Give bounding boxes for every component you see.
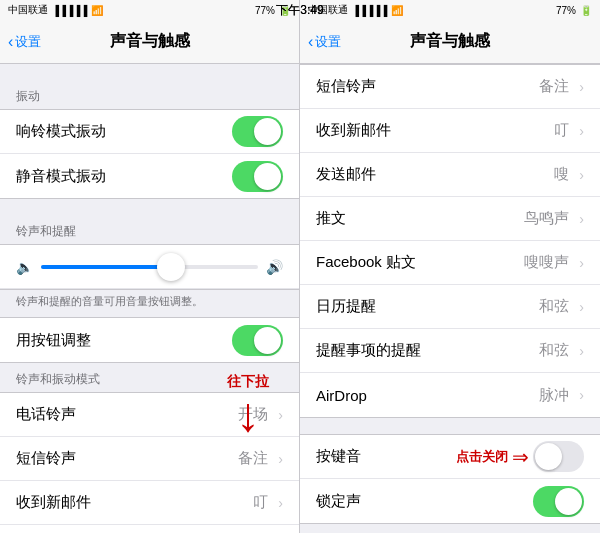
right-sent-mail-chevron: › <box>579 167 584 183</box>
ring-vibrate-toggle[interactable] <box>232 116 283 147</box>
volume-slider-thumb[interactable] <box>157 253 185 281</box>
left-status-left: 中国联通 ▐▐▐▐▐ 📶 <box>8 3 103 17</box>
right-new-mail-label: 收到新邮件 <box>316 121 391 140</box>
click-close-arrow-icon: ⇒ <box>512 445 529 469</box>
text-tone-label: 短信铃声 <box>16 449 76 468</box>
lock-sound-toggle[interactable] <box>533 486 584 517</box>
right-facebook-row[interactable]: Facebook 贴文 嗖嗖声 › <box>300 241 600 285</box>
right-airdrop-value: 脉冲 <box>539 386 569 405</box>
left-settings-content: 振动 响铃模式振动 静音模式振动 铃声和提醒 🔈 <box>0 64 299 533</box>
left-phone-panel: 中国联通 ▐▐▐▐▐ 📶 下午3:49 77% 🔋 ‹ 设置 声音与触感 振动 … <box>0 0 300 533</box>
right-airdrop-chevron: › <box>579 387 584 403</box>
sent-mail-row[interactable]: 发送邮件 嗖 › <box>0 525 299 533</box>
right-lock-sound-label: 锁定声 <box>316 492 361 511</box>
scroll-down-arrow-icon: ↓ <box>236 391 260 439</box>
right-new-mail-right: 叮 › <box>554 121 584 140</box>
right-facebook-label: Facebook 贴文 <box>316 253 416 272</box>
right-tweet-row[interactable]: 推文 鸟鸣声 › <box>300 197 600 241</box>
ring-vibrate-label: 响铃模式振动 <box>16 122 106 141</box>
ring-vibrate-row: 响铃模式振动 <box>0 110 299 154</box>
left-nav-title: 声音与触感 <box>110 31 190 52</box>
volume-low-icon: 🔈 <box>16 259 33 275</box>
vibration-group: 响铃模式振动 静音模式振动 <box>0 109 299 199</box>
new-mail-right: 叮 › <box>253 493 283 512</box>
right-tweet-label: 推文 <box>316 209 346 228</box>
right-sent-mail-row[interactable]: 发送邮件 嗖 › <box>300 153 600 197</box>
ringtone-alerts-label: 铃声和提醒 <box>0 215 299 244</box>
left-wifi-icon: 📶 <box>91 5 103 16</box>
ringtone-modes-container: 铃声和振动模式 电话铃声 开场 › 短信铃声 备注 › <box>0 363 299 533</box>
right-facebook-value: 嗖嗖声 <box>524 253 569 272</box>
text-tone-value: 备注 <box>238 449 268 468</box>
right-text-tone-label: 短信铃声 <box>316 77 376 96</box>
text-tone-row[interactable]: 短信铃声 备注 › <box>0 437 299 481</box>
right-calendar-value: 和弦 <box>539 297 569 316</box>
scroll-down-annotation: 往下拉 ↓ <box>227 373 269 439</box>
right-calendar-row[interactable]: 日历提醒 和弦 › <box>300 285 600 329</box>
right-facebook-right: 嗖嗖声 › <box>524 253 584 272</box>
new-mail-chevron: › <box>278 495 283 511</box>
right-calendar-right: 和弦 › <box>539 297 584 316</box>
new-mail-row[interactable]: 收到新邮件 叮 › <box>0 481 299 525</box>
right-lock-sound-row: 锁定声 <box>300 479 600 523</box>
right-nav-bar: ‹ 设置 声音与触感 <box>300 20 600 64</box>
right-back-label: 设置 <box>315 33 341 51</box>
volume-high-icon: 🔊 <box>266 259 283 275</box>
right-battery-pct: 77% <box>556 5 576 16</box>
text-tone-chevron: › <box>278 451 283 467</box>
right-new-mail-chevron: › <box>579 123 584 139</box>
right-keyboard-clicks-right: 点击关闭 ⇒ <box>533 441 584 472</box>
left-back-button[interactable]: ‹ 设置 <box>8 33 41 51</box>
left-signal-icon: ▐▐▐▐▐ <box>52 5 87 16</box>
adjust-buttons-label: 用按钮调整 <box>16 331 91 350</box>
right-reminder-label: 提醒事项的提醒 <box>316 341 421 360</box>
text-tone-right: 备注 › <box>238 449 283 468</box>
right-signal-icon: ▐▐▐▐▐ <box>352 5 387 16</box>
right-new-mail-row[interactable]: 收到新邮件 叮 › <box>300 109 600 153</box>
phone-ringtone-label: 电话铃声 <box>16 405 76 424</box>
click-close-label: 点击关闭 <box>456 448 508 466</box>
right-facebook-chevron: › <box>579 255 584 271</box>
lock-sound-thumb <box>555 488 582 515</box>
left-status-bar: 中国联通 ▐▐▐▐▐ 📶 下午3:49 77% 🔋 <box>0 0 299 20</box>
volume-slider-track[interactable] <box>41 265 258 269</box>
adjust-buttons-toggle[interactable] <box>232 325 283 356</box>
right-tweet-right: 鸟鸣声 › <box>524 209 584 228</box>
right-new-mail-value: 叮 <box>554 121 569 140</box>
right-nav-title: 声音与触感 <box>410 31 490 52</box>
right-reminder-row[interactable]: 提醒事项的提醒 和弦 › <box>300 329 600 373</box>
right-text-tone-chevron: › <box>579 79 584 95</box>
right-phone-panel: 中国联通 ▐▐▐▐▐ 📶 下午3:49 77% 🔋 ‹ 设置 声音与触感 短信铃… <box>300 0 600 533</box>
phone-ringtone-chevron: › <box>278 407 283 423</box>
silent-vibrate-label: 静音模式振动 <box>16 167 106 186</box>
vibration-section-label: 振动 <box>0 80 299 109</box>
left-back-label: 设置 <box>15 33 41 51</box>
right-text-tone-value: 备注 <box>539 77 569 96</box>
right-back-button[interactable]: ‹ 设置 <box>308 33 341 51</box>
adjust-buttons-row: 用按钮调整 <box>0 318 299 362</box>
click-close-annotation: 点击关闭 ⇒ <box>456 445 529 469</box>
new-mail-label: 收到新邮件 <box>16 493 91 512</box>
right-main-group: 短信铃声 备注 › 收到新邮件 叮 › 发送邮件 嗖 › <box>300 64 600 418</box>
keyboard-clicks-toggle[interactable] <box>533 441 584 472</box>
left-carrier: 中国联通 <box>8 3 48 17</box>
right-reminder-value: 和弦 <box>539 341 569 360</box>
right-sent-mail-right: 嗖 › <box>554 165 584 184</box>
right-airdrop-right: 脉冲 › <box>539 386 584 405</box>
right-settings-content: 短信铃声 备注 › 收到新邮件 叮 › 发送邮件 嗖 › <box>300 64 600 533</box>
adjust-buttons-group: 用按钮调整 <box>0 317 299 363</box>
right-status-right: 77% 🔋 <box>556 5 592 16</box>
right-airdrop-label: AirDrop <box>316 387 367 404</box>
right-sent-mail-label: 发送邮件 <box>316 165 376 184</box>
right-text-tone-row[interactable]: 短信铃声 备注 › <box>300 65 600 109</box>
right-back-chevron: ‹ <box>308 33 313 51</box>
silent-vibrate-thumb <box>254 163 281 190</box>
volume-hint: 铃声和提醒的音量可用音量按钮调整。 <box>0 290 299 317</box>
right-reminder-chevron: › <box>579 343 584 359</box>
silent-vibrate-toggle[interactable] <box>232 161 283 192</box>
right-battery-icon: 🔋 <box>580 5 592 16</box>
right-calendar-chevron: › <box>579 299 584 315</box>
ring-vibrate-thumb <box>254 118 281 145</box>
right-airdrop-row[interactable]: AirDrop 脉冲 › <box>300 373 600 417</box>
right-reminder-right: 和弦 › <box>539 341 584 360</box>
